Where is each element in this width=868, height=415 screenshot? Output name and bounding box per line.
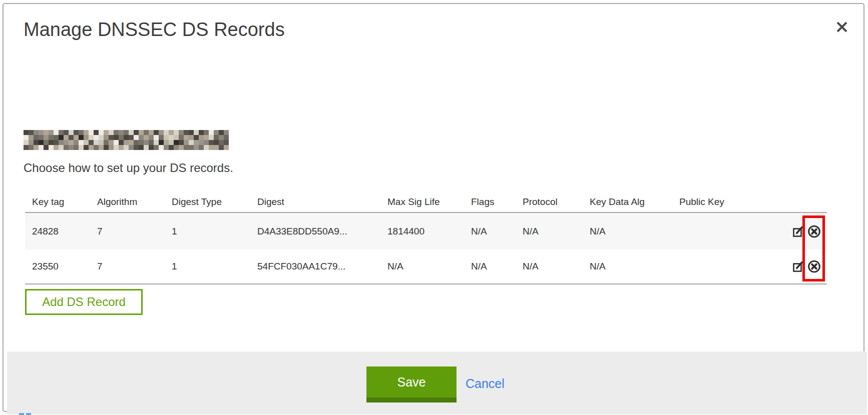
cancel-link[interactable]: Cancel [466, 376, 505, 391]
close-icon[interactable] [833, 18, 850, 36]
delete-record-icon[interactable] [807, 224, 821, 238]
cell-algorithm: 7 [97, 261, 172, 272]
cell-digest: D4A33E8DD550A9... [257, 226, 387, 237]
cell-protocol: N/A [523, 261, 590, 272]
cell-key-data-alg: N/A [590, 226, 679, 237]
cell-digest: 54FCF030AA1C79... [257, 261, 387, 272]
cell-max-sig-life: N/A [387, 261, 471, 272]
save-button[interactable]: Save [366, 366, 457, 402]
table-header-row: Key tag Algorithm Digest Type Digest Max… [25, 192, 827, 213]
table-row: 23550 7 1 54FCF030AA1C79... N/A N/A N/A … [25, 250, 827, 284]
cell-flags: N/A [471, 261, 523, 272]
instruction-text: Choose how to set up your DS records. [24, 161, 233, 175]
column-header-flags: Flags [471, 196, 523, 208]
column-header-protocol: Protocol [523, 196, 590, 208]
edit-record-icon[interactable] [791, 260, 805, 274]
cell-key-tag: 24828 [32, 226, 97, 237]
modal-footer: Save Cancel [7, 352, 867, 414]
edit-record-icon[interactable] [791, 224, 805, 238]
cell-key-tag: 23550 [32, 261, 97, 272]
column-header-digest: Digest [257, 196, 387, 208]
column-header-public-key: Public Key [679, 196, 767, 208]
column-header-key-tag: Key tag [32, 196, 97, 208]
page-background: Manage DNSSEC DS Records Choose how to s… [0, 0, 868, 415]
table-row: 24828 7 1 D4A33E8DD550A9... 1814400 N/A … [25, 213, 827, 250]
delete-record-icon[interactable] [807, 260, 821, 274]
redacted-domain-name [24, 130, 229, 150]
column-header-key-data-alg: Key Data Alg [590, 196, 679, 208]
manage-dnssec-modal: Manage DNSSEC DS Records Choose how to s… [3, 3, 864, 412]
cell-digest-type: 1 [172, 226, 257, 237]
cell-protocol: N/A [523, 226, 590, 237]
cell-max-sig-life: 1814400 [387, 226, 471, 237]
column-header-digest-type: Digest Type [172, 196, 257, 208]
column-header-algorithm: Algorithm [97, 196, 172, 208]
page-behind-artifact [26, 413, 31, 415]
cell-digest-type: 1 [172, 261, 257, 272]
modal-title: Manage DNSSEC DS Records [24, 19, 285, 40]
cell-algorithm: 7 [97, 226, 172, 237]
column-header-max-sig-life: Max Sig Life [387, 196, 471, 208]
page-behind-artifact [19, 413, 24, 415]
cell-flags: N/A [471, 226, 523, 237]
ds-records-table: Key tag Algorithm Digest Type Digest Max… [25, 192, 827, 284]
cell-key-data-alg: N/A [590, 261, 679, 272]
add-ds-record-button[interactable]: Add DS Record [25, 289, 143, 315]
